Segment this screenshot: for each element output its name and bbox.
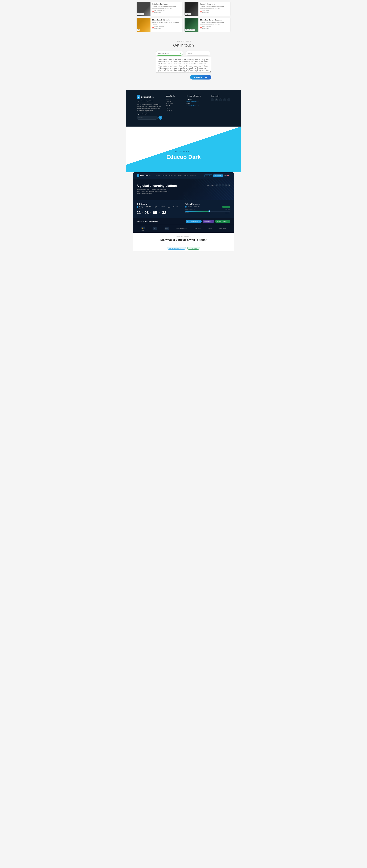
submit-button[interactable]: BUTTON TEXT [190,75,211,80]
footer-link-roadmap[interactable]: ROADMAP [166,103,183,104]
dark-telegram-icon[interactable]: ✈ [216,184,218,186]
name-input-wrapper: ✓ [156,51,183,56]
footer-brand-col: E EducuoToken A global e-learning platfo… [137,95,162,120]
login-button[interactable]: LOGIN [204,174,212,177]
location-icon-2: 📍 [200,10,202,11]
trust-badge-icorating: ICORATING [194,228,201,229]
cryptocurrency-filter[interactable]: CRYPTOCURRENCY [167,247,186,250]
event-card-4[interactable]: BLOCK SHOW Blockshow Europe Conference C… [185,18,230,32]
footer-email-input[interactable] [137,116,158,120]
dark-nav-roadmap[interactable]: ROADMAP [169,175,176,176]
dark-hero-community: Our Community ✈ f ▶ in ● [206,184,230,186]
trust-badge-erc20: ERC20 [165,227,169,230]
location-icon-1: 📍 [152,10,154,11]
event-card-1-logo: coindesk [137,13,144,15]
footer-support-label: Support [187,98,207,100]
event-card-2[interactable]: crypto+ Crypto+ Conference CoinDesk is p… [185,2,230,16]
footer-contact-col: Contact information Support support@educ… [187,95,207,120]
footer-link-events[interactable]: EVENTS [166,110,183,111]
event-card-2-logo: crypto+ [185,13,191,15]
trust-badge-coinschedule: CoinSchedule [220,228,226,229]
dark-hero: A global e-learning platfom. Educuo is a… [133,179,234,200]
seconds-unit: 32 SECONDS [162,211,167,216]
dark-linkedin-icon[interactable]: in [225,184,227,186]
dark-section: E EducuoToken LEARN TOKEN ROADMAP TEAM F… [133,173,234,251]
event-card-4-logo: BLOCK SHOW [185,29,195,31]
get-in-touch-section: Find out more Get in touch ✓ This articl… [126,35,241,87]
event-card-1-desc: CoinDesk is proud to present our 4th ann… [152,6,181,9]
footer-community-col: Community ✈ f ▶ in ● [210,95,230,120]
footer-support-email[interactable]: support@educuo.com [187,100,207,102]
youtube-icon[interactable]: ▶ [219,98,222,101]
smart-contract-button[interactable]: SMART CONTRACT ✓ [215,220,230,223]
dark-nav-links: LEARN TOKEN ROADMAP TEAM FAQs EVENTS [155,175,202,176]
contract-filter[interactable]: CONTRACT [187,247,200,250]
event-card-3-img: B [137,18,150,32]
dark-nav-events[interactable]: EVENTS [190,175,196,176]
safe-icon: 🔒 [141,226,145,229]
dark-youtube-icon[interactable]: ▶ [222,184,224,186]
event-card-1-img: coindesk [137,2,150,16]
days-label: DAYS [137,215,141,216]
dark-nav-team[interactable]: TEAM [178,175,182,176]
calendar-icon-2: 📅 [200,11,202,13]
token-dot [185,206,187,208]
hours-value: 08 [145,211,149,215]
total-collected-label: TOTAL COLLECTED [185,209,195,210]
dark-whatsapp-icon[interactable]: ● [228,184,230,186]
cryptocurrency-button[interactable]: CRYPTOCURRENCY ⓘ [186,220,202,223]
footer-email-submit[interactable]: › [159,116,162,120]
dark-nav-faqs[interactable]: FAQs [184,175,188,176]
name-input[interactable] [156,51,183,56]
seconds-value: 32 [162,211,167,215]
event-card-1-location: 📍 San Francisco, USA [152,10,181,11]
language-selector[interactable]: ENG 🇬🇧 ▾ [224,175,230,177]
footer-contact-title: Contact information [187,95,207,97]
event-card-3[interactable]: B Blockchain & Bitcoin Oz Sydney will ho… [137,18,182,32]
register-button[interactable]: REGISTER [213,175,223,177]
ico-timer: 21 DAYS : 08 HOURS : 05 MINUTES : 32 SEC… [137,211,182,216]
ico-token-section: ICO Ends In Participate in EDU Token Sal… [133,200,234,218]
phase-badge: PHASE END [222,206,230,208]
message-textarea[interactable]: This article covers the basics of Astrol… [156,57,211,72]
footer-top: E EducuoToken A global e-learning platfo… [137,95,230,120]
token-progress-label: Token Progress [185,203,230,205]
soft-cap-amount: 200 ETH ⓘ [225,212,230,214]
event-card-1[interactable]: coindesk CoinDesk Conference CoinDesk is… [137,2,182,16]
whatsapp-icon[interactable]: ● [227,98,230,101]
dark-navbar: E EducuoToken LEARN TOKEN ROADMAP TEAM F… [133,173,234,179]
footer-sales-email[interactable]: support@educuo.com [187,105,207,106]
ico-badge-icon: ICO [152,227,157,230]
contact-form: ✓ This article covers the basics of Astr… [156,51,211,80]
footer-links-title: Useful links [166,95,183,97]
dark-hero-subtitle: Educuo is an education & e-learning toke… [137,189,171,194]
minutes-value: 05 [152,211,158,215]
days-unit: 21 DAYS [137,211,141,216]
footer-link-faqs[interactable]: FAQs [166,107,183,109]
erc20-icon: ERC20 [165,227,169,230]
dark-facebook-icon[interactable]: f [219,184,221,186]
events-grid: coindesk CoinDesk Conference CoinDesk is… [137,2,230,32]
linkedin-icon[interactable]: in [223,98,226,101]
email-input[interactable] [186,51,210,56]
footer-logo: E EducuoToken [137,95,162,99]
seconds-label: SECONDS [162,215,167,216]
timer-sep-3: : [159,211,160,215]
footer-link-token[interactable]: TOKEN [166,100,183,102]
who-built-label: Who built by from Educuo [137,236,230,237]
dark-nav-learn[interactable]: LEARN [155,175,160,176]
facebook-icon[interactable]: f [215,98,218,101]
trust-badge-bench: bench [208,228,211,229]
ico-participate-text: Participate in EDU Token Sale (all unsol… [139,206,182,210]
telegram-icon[interactable]: ✈ [210,98,214,101]
ethereum-button[interactable]: ETHEREUM ⓘ [203,220,214,223]
dark-nav-right: LOGIN REGISTER ENG 🇬🇧 ▾ [204,174,230,177]
token-progress: Token Progress EDU token = 0.002 ETH PHA… [185,203,230,216]
flag-icon: 🇬🇧 [227,175,229,177]
trust-badges-section: 🔒 SAFE ICO ERC20 BITCOINTALK.ORG ICORATI… [133,225,234,232]
footer-link-learn[interactable]: LEARN [166,98,183,100]
footer-link-team[interactable]: TEAM [166,105,183,106]
event-card-4-title: Blockshow Europe Conference [200,19,229,21]
dark-nav-token[interactable]: TOKEN [162,175,167,176]
event-card-2-date: 📅 29-10-2018 [200,11,229,13]
